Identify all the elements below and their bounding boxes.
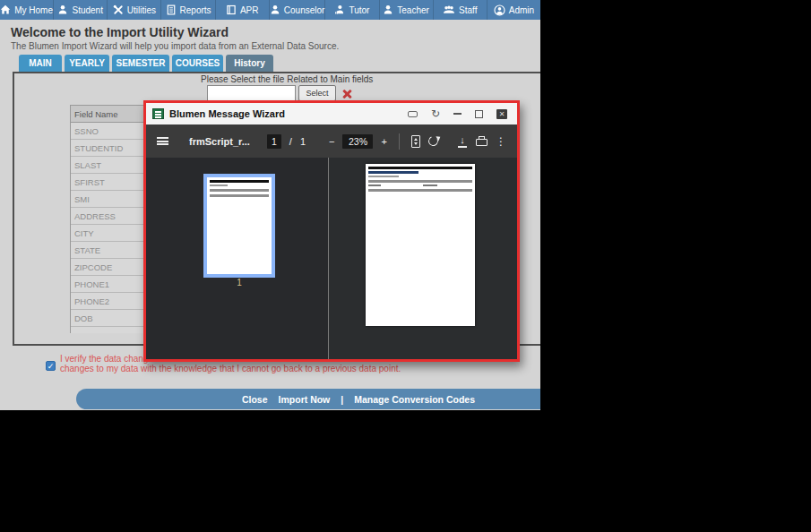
report-header-bar (368, 167, 472, 169)
group-icon (443, 4, 455, 15)
tab-courses[interactable]: COURSES (172, 55, 223, 72)
minimize-icon[interactable] (453, 113, 462, 115)
dialog-title: Blumen Message Wizard (169, 108, 402, 119)
select-file-button[interactable]: Select (298, 85, 336, 101)
wizard-tabs: MAIN YEARLY SEMESTER COURSES History (19, 55, 273, 72)
footer-separator: | (341, 394, 343, 405)
report-text-line (368, 176, 399, 177)
menu-icon[interactable] (157, 137, 168, 145)
export-icon[interactable] (408, 111, 418, 117)
table-row[interactable]: ADDRESS (71, 208, 144, 225)
nav-item-utilities[interactable]: Utilities (108, 0, 161, 20)
nav-item-admin[interactable]: Admin (487, 0, 540, 20)
report-header-bar (210, 180, 269, 183)
more-options-icon[interactable]: ⋮ (496, 135, 506, 148)
close-button[interactable]: Close (242, 394, 268, 405)
page-thumbnail-selected[interactable] (203, 174, 275, 278)
nav-item-tutor[interactable]: Tutor (325, 0, 379, 20)
report-title-bar (368, 171, 418, 174)
person-circle-icon (494, 4, 505, 16)
verify-checkbox[interactable]: ✓ (46, 361, 56, 371)
table-row[interactable]: STATE (71, 242, 144, 259)
page-separator: / (289, 136, 292, 147)
thumbnail-page-number: 1 (203, 278, 275, 287)
file-select-instruction: Please Select the file Related to Main f… (201, 74, 373, 84)
person-icon (334, 4, 345, 15)
nav-item-my-home[interactable]: My Home (0, 0, 54, 20)
field-table-header: Field Name (71, 106, 144, 123)
nav-label: Student (72, 5, 102, 15)
report-rule-bar (368, 189, 472, 192)
page-number-input[interactable]: 1 (267, 134, 281, 149)
nav-item-student[interactable]: Student (54, 0, 108, 20)
pdf-page (366, 164, 475, 326)
nav-item-staff[interactable]: Staff (434, 0, 487, 20)
report-icon (166, 4, 177, 15)
clear-file-icon[interactable] (341, 89, 352, 99)
table-row[interactable]: ENTRYDATE (71, 327, 144, 333)
table-row[interactable]: DOB (71, 310, 144, 327)
screen: My Home Student Utilities Reports APR Co… (0, 0, 811, 532)
report-rule-bar (368, 180, 472, 183)
maximize-icon[interactable] (475, 110, 483, 118)
manage-conversion-codes-button[interactable]: Manage Conversion Codes (354, 394, 475, 405)
table-row[interactable]: PHONE2 (71, 293, 144, 310)
thumbnail-pane[interactable]: 1 (146, 158, 329, 359)
fit-page-icon[interactable] (411, 135, 420, 148)
report-column-bar (423, 184, 437, 186)
refresh-icon[interactable]: ↻ (431, 109, 440, 118)
window-controls: ↻ ✕ (408, 109, 507, 119)
page-title: Welcome to the Import Utility Wizard (11, 25, 229, 39)
table-row[interactable]: SMI (71, 191, 144, 208)
report-rule-bar (210, 189, 269, 192)
page-subtitle: The Blumen Import Wizard will help you i… (11, 41, 339, 51)
import-now-button[interactable]: Import Now (279, 394, 331, 405)
report-rule-bar (210, 194, 269, 197)
nav-label: Counselor (284, 5, 325, 15)
report-column-bar (368, 184, 381, 186)
person-icon (57, 4, 68, 15)
table-row[interactable]: SSNO (71, 123, 144, 140)
table-row[interactable]: PHONE1 (71, 276, 144, 293)
nav-label: APR (240, 5, 259, 15)
pdf-filename: frmScript_r... (189, 136, 250, 147)
table-row[interactable]: STUDENTID (71, 140, 144, 157)
table-row[interactable]: SFIRST (71, 174, 144, 191)
tools-icon (113, 4, 124, 15)
tab-main[interactable]: MAIN (19, 55, 62, 72)
pdf-content-area: 1 (146, 158, 517, 359)
table-row[interactable]: SLAST (71, 157, 144, 174)
top-navbar: My Home Student Utilities Reports APR Co… (0, 0, 540, 20)
tab-yearly[interactable]: YEARLY (65, 55, 109, 72)
tab-semester[interactable]: SEMESTER (112, 55, 169, 72)
nav-item-reports[interactable]: Reports (161, 0, 215, 20)
nav-item-teacher[interactable]: Teacher (380, 0, 434, 20)
dialog-titlebar[interactable]: Blumen Message Wizard ↻ ✕ (146, 103, 517, 124)
nav-label: Admin (509, 5, 534, 15)
nav-item-counselor[interactable]: Counselor (270, 0, 326, 20)
nav-label: My Home (14, 5, 53, 15)
close-icon[interactable]: ✕ (496, 109, 507, 119)
nav-label: Teacher (397, 5, 429, 15)
report-text-line (210, 184, 228, 186)
pdf-toolbar: frmScript_r... 1 / 1 − 23% + ↓ ⋮ (146, 124, 517, 158)
zoom-level-input[interactable]: 23% (342, 134, 373, 149)
table-row[interactable]: CITY (71, 225, 144, 242)
nav-label: Tutor (349, 5, 369, 15)
print-icon[interactable] (476, 139, 487, 146)
verify-line-2: changes to my data with the knowledge th… (60, 364, 401, 373)
nav-item-apr[interactable]: APR (216, 0, 270, 20)
tab-history[interactable]: History (226, 55, 273, 72)
page-total: 1 (300, 136, 306, 147)
person-icon (270, 4, 280, 15)
nav-label: Staff (459, 5, 477, 15)
zoom-out-button[interactable]: − (329, 136, 334, 147)
report-column-labels (368, 184, 472, 186)
table-row[interactable]: ZIPCODE (71, 259, 144, 276)
file-path-input[interactable] (207, 85, 296, 101)
download-icon[interactable]: ↓ (457, 135, 468, 148)
pdf-main-view[interactable] (329, 158, 517, 359)
toolbar-divider (399, 133, 400, 150)
rotate-icon[interactable] (427, 134, 439, 147)
zoom-in-button[interactable]: + (381, 136, 386, 147)
